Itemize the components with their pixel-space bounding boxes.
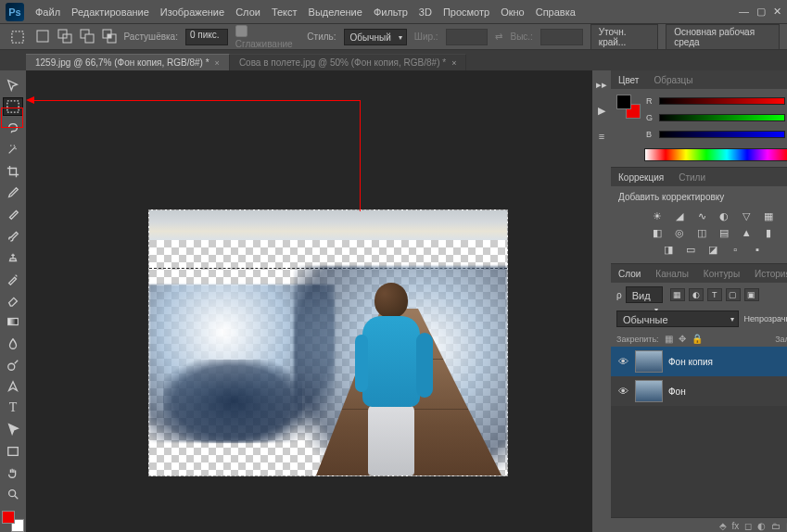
- menu-window[interactable]: Окно: [501, 6, 525, 18]
- filter-shape-icon[interactable]: ▢: [726, 288, 741, 301]
- brightness-icon[interactable]: ☀: [650, 209, 665, 222]
- document-tab[interactable]: Сова в полете.jpg @ 50% (Фон копия, RGB/…: [230, 54, 467, 70]
- layer-name[interactable]: Фон: [668, 386, 686, 397]
- foreground-background-color[interactable]: [2, 511, 24, 532]
- menu-edit[interactable]: Редактирование: [71, 6, 149, 18]
- history-brush-tool[interactable]: [3, 270, 23, 287]
- marquee-mode-add[interactable]: [57, 29, 72, 45]
- visibility-icon[interactable]: 👁: [616, 386, 629, 397]
- pen-tool[interactable]: [3, 377, 23, 395]
- color-lookup-icon[interactable]: ▤: [717, 226, 731, 239]
- path-selection-tool[interactable]: [3, 421, 23, 438]
- move-tool[interactable]: [3, 76, 23, 94]
- filter-type-icon[interactable]: T: [707, 288, 722, 301]
- filter-adjust-icon[interactable]: ◐: [689, 288, 704, 301]
- group-icon[interactable]: 🗀: [771, 521, 781, 531]
- healing-brush-tool[interactable]: [3, 205, 23, 222]
- maximize-icon[interactable]: ▢: [756, 6, 766, 18]
- refine-edge-button[interactable]: Уточн. край...: [590, 24, 658, 50]
- layer-thumbnail[interactable]: [635, 380, 663, 402]
- tab-channels[interactable]: Каналы: [648, 267, 696, 281]
- marquee-mode-intersect[interactable]: [102, 29, 117, 45]
- adjustment-layer-icon[interactable]: ◐: [757, 521, 766, 531]
- vibrance-icon[interactable]: ▽: [739, 209, 754, 222]
- lock-all-icon[interactable]: 🔒: [692, 334, 703, 344]
- lock-position-icon[interactable]: ✥: [679, 334, 686, 344]
- workspace-button[interactable]: Основная рабочая среда: [666, 24, 780, 50]
- menu-view[interactable]: Просмотр: [443, 6, 489, 18]
- magic-wand-tool[interactable]: [3, 141, 23, 158]
- r-slider[interactable]: [659, 97, 785, 105]
- zoom-tool[interactable]: [3, 486, 23, 503]
- close-tab-icon[interactable]: ×: [215, 58, 220, 68]
- g-slider[interactable]: [659, 114, 785, 121]
- dodge-tool[interactable]: [3, 356, 23, 374]
- minimize-icon[interactable]: —: [739, 6, 749, 18]
- layer-item[interactable]: 👁 Фон копия: [611, 347, 787, 376]
- exposure-icon[interactable]: ◐: [717, 209, 731, 222]
- gradient-map-icon[interactable]: ▭: [683, 243, 698, 256]
- type-tool[interactable]: T: [3, 399, 23, 417]
- color-swatch[interactable]: [616, 95, 641, 119]
- dock-expand-icon[interactable]: ▸▸: [592, 76, 611, 93]
- adj-icon[interactable]: ▫: [728, 243, 743, 256]
- menu-3d[interactable]: 3D: [419, 6, 432, 18]
- layer-item[interactable]: 👁 Фон: [611, 376, 787, 406]
- tab-layers[interactable]: Слои: [611, 267, 648, 281]
- levels-icon[interactable]: ◢: [672, 209, 687, 222]
- blur-tool[interactable]: [3, 335, 23, 352]
- tab-swatches[interactable]: Образцы: [646, 73, 700, 87]
- menu-text[interactable]: Текст: [272, 6, 298, 18]
- bw-icon[interactable]: ◧: [650, 226, 665, 239]
- link-layers-icon[interactable]: ⬘: [719, 521, 727, 531]
- menu-help[interactable]: Справка: [536, 6, 576, 18]
- posterize-icon[interactable]: ▮: [761, 226, 776, 239]
- gradient-tool[interactable]: [3, 313, 23, 331]
- layer-thumbnail[interactable]: [635, 350, 663, 373]
- curves-icon[interactable]: ∿: [694, 209, 709, 222]
- tab-history[interactable]: История: [747, 267, 787, 281]
- channel-mixer-icon[interactable]: ◫: [694, 226, 709, 239]
- canvas-area[interactable]: [26, 70, 592, 532]
- tab-styles[interactable]: Стили: [671, 171, 713, 184]
- marquee-mode-new[interactable]: [35, 29, 50, 45]
- tab-color[interactable]: Цвет: [611, 73, 646, 87]
- menu-image[interactable]: Изображение: [160, 6, 224, 18]
- rectangular-marquee-tool[interactable]: [3, 97, 23, 115]
- tab-paths[interactable]: Контуры: [696, 267, 747, 281]
- blend-mode-dropdown[interactable]: Обычные: [616, 310, 739, 327]
- adj-icon[interactable]: ▪: [750, 243, 765, 256]
- lasso-tool[interactable]: [3, 120, 23, 137]
- visibility-icon[interactable]: 👁: [616, 356, 629, 367]
- close-tab-icon[interactable]: ×: [451, 58, 456, 68]
- b-slider[interactable]: [659, 131, 785, 138]
- menu-file[interactable]: Файл: [35, 6, 60, 18]
- feather-input[interactable]: 0 пикс.: [185, 29, 228, 45]
- fx-icon[interactable]: fx: [732, 521, 740, 531]
- brush-tool[interactable]: [3, 227, 23, 245]
- selective-color-icon[interactable]: ◪: [705, 243, 720, 256]
- filter-pixel-icon[interactable]: ▦: [670, 288, 685, 301]
- marquee-mode-subtract[interactable]: [80, 29, 95, 45]
- eyedropper-tool[interactable]: [3, 184, 23, 201]
- document-tab-active[interactable]: 1259.jpg @ 66,7% (Фон копия, RGB/8#) * ×: [26, 54, 230, 70]
- clone-stamp-tool[interactable]: [3, 248, 23, 266]
- adjust-icon[interactable]: ≡: [592, 128, 611, 145]
- hand-tool[interactable]: [3, 463, 23, 481]
- threshold-icon[interactable]: ◨: [661, 243, 676, 256]
- mask-icon[interactable]: ◻: [744, 521, 752, 531]
- layer-name[interactable]: Фон копия: [668, 357, 713, 367]
- eraser-tool[interactable]: [3, 291, 23, 309]
- style-dropdown[interactable]: Обычный: [344, 29, 407, 45]
- menu-select[interactable]: Выделение: [309, 6, 362, 18]
- hue-icon[interactable]: ▦: [761, 209, 776, 222]
- photo-filter-icon[interactable]: ◎: [672, 226, 687, 239]
- menu-filter[interactable]: Фильтр: [374, 6, 408, 18]
- crop-tool[interactable]: [3, 162, 23, 180]
- close-icon[interactable]: ✕: [773, 6, 781, 18]
- play-icon[interactable]: ▶: [592, 102, 611, 119]
- rectangle-tool[interactable]: [3, 442, 23, 460]
- menu-layers[interactable]: Слои: [235, 6, 260, 18]
- tab-adjustments[interactable]: Коррекция: [611, 171, 671, 184]
- lock-pixels-icon[interactable]: ▦: [665, 334, 673, 344]
